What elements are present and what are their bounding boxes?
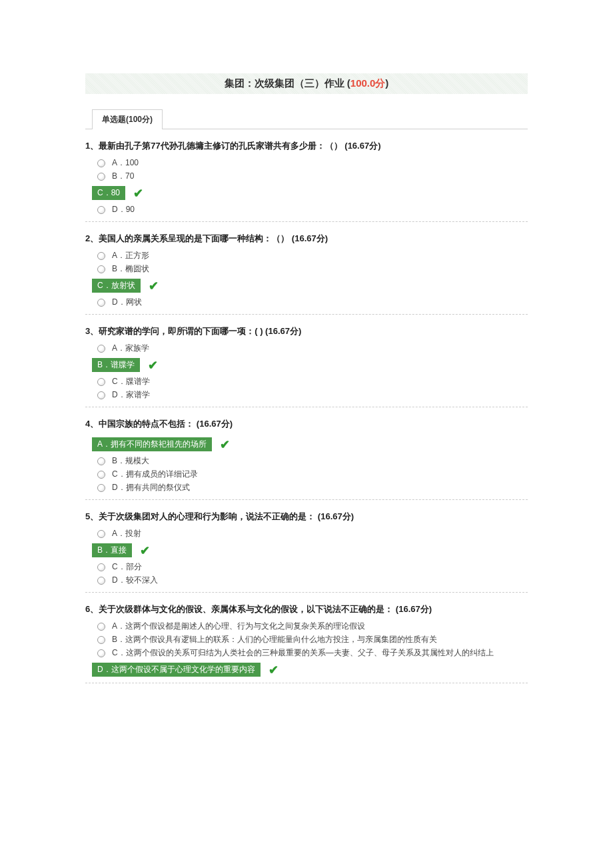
radio-icon[interactable] [97, 636, 105, 644]
option-row: B．椭圆状 [97, 263, 528, 275]
radio-icon[interactable] [97, 471, 105, 479]
correct-answer-badge: C．放射状 [92, 279, 141, 293]
question-title: 6、关于次级群体与文化的假设、亲属体系与文化的假设，以下说法不正确的是： (16… [85, 603, 528, 615]
radio-icon[interactable] [97, 484, 105, 492]
questions-list: 1、最新由孔子第77代孙孔德墉主修订的孔氏家谱共有多少册：（） (16.67分)… [85, 140, 528, 683]
option-row-correct: B．谱牒学✔ [85, 356, 528, 374]
radio-icon[interactable] [97, 206, 105, 214]
radio-icon[interactable] [97, 457, 105, 465]
quiz-page: 集团：次级集团（三）作业 (100.0分) 单选题(100分) 1、最新由孔子第… [0, 0, 613, 710]
option-label: A．家族学 [112, 343, 149, 354]
option-label: A．正方形 [112, 250, 149, 261]
option-row: A．投射 [97, 528, 528, 539]
tabs-container: 单选题(100分) [85, 109, 528, 129]
option-row: B．规模大 [97, 455, 528, 467]
correct-answer-badge: A．拥有不同的祭祀祖先的场所 [92, 437, 212, 451]
option-row: A．正方形 [97, 250, 528, 261]
option-label: C．拥有成员的详细记录 [112, 469, 198, 480]
option-label: D．较不深入 [112, 575, 158, 586]
radio-icon[interactable] [97, 252, 105, 260]
radio-icon[interactable] [97, 299, 105, 307]
option-row: D．家谱学 [97, 389, 528, 401]
option-row-correct: B．直接✔ [85, 541, 528, 559]
option-row: D．较不深入 [97, 575, 528, 586]
radio-icon[interactable] [97, 345, 105, 353]
option-label: D．拥有共同的祭仪式 [112, 482, 190, 493]
page-title-suffix: ) [385, 77, 388, 89]
radio-icon[interactable] [97, 563, 105, 571]
score-value: 100.0分 [350, 77, 386, 89]
option-row: D．网状 [97, 297, 528, 308]
page-title-bar: 集团：次级集团（三）作业 (100.0分) [85, 73, 528, 94]
option-label: B．这两个假设具有逻辑上的联系：人们的心理能量向什么地方投注，与亲属集团的性质有… [112, 634, 437, 645]
option-row: A．家族学 [97, 343, 528, 354]
option-row-correct: D．这两个假设不属于心理文化学的重要内容✔ [85, 661, 528, 679]
option-row: D．90 [97, 204, 528, 215]
option-label: A．投射 [112, 528, 141, 539]
option-row: D．拥有共同的祭仪式 [97, 482, 528, 493]
question-block: 3、研究家谱的学问，即所谓的下面哪一项：( ) (16.67分)A．家族学B．谱… [85, 325, 528, 407]
question-block: 5、关于次级集团对人的心理和行为影响，说法不正确的是： (16.67分)A．投射… [85, 511, 528, 593]
option-row: C．拥有成员的详细记录 [97, 469, 528, 480]
option-label: D．90 [112, 204, 135, 215]
question-block: 4、中国宗族的特点不包括： (16.67分)A．拥有不同的祭祀祖先的场所✔B．规… [85, 418, 528, 500]
option-row: C．部分 [97, 561, 528, 573]
option-row: B．70 [97, 171, 528, 182]
check-icon: ✔ [149, 279, 159, 293]
radio-icon[interactable] [97, 265, 105, 273]
option-label: B．椭圆状 [112, 263, 149, 275]
check-icon: ✔ [133, 186, 143, 201]
option-label: A．100 [112, 157, 139, 169]
correct-answer-badge: D．这两个假设不属于心理文化学的重要内容 [92, 663, 261, 677]
radio-icon[interactable] [97, 649, 105, 657]
option-row: A．这两个假设都是阐述人的心理、行为与文化之间复杂关系的理论假设 [97, 621, 528, 632]
question-title: 2、美国人的亲属关系呈现的是下面哪一种结构：（） (16.67分) [85, 233, 528, 245]
option-row-correct: C．放射状✔ [85, 277, 528, 295]
radio-icon[interactable] [97, 173, 105, 181]
option-label: C．这两个假设的关系可归结为人类社会的三种最重要的关系—夫妻、父子、母子关系及其… [112, 647, 494, 659]
page-title-prefix: 集团：次级集团（三）作业 ( [225, 77, 350, 89]
radio-icon[interactable] [97, 577, 105, 585]
option-row-correct: C．80✔ [85, 184, 528, 202]
option-row: A．100 [97, 157, 528, 169]
question-title: 3、研究家谱的学问，即所谓的下面哪一项：( ) (16.67分) [85, 325, 528, 337]
option-label: D．网状 [112, 297, 142, 308]
option-label: B．70 [112, 171, 134, 182]
radio-icon[interactable] [97, 378, 105, 386]
option-row-correct: A．拥有不同的祭祀祖先的场所✔ [85, 435, 528, 453]
radio-icon[interactable] [97, 159, 105, 167]
option-row: B．这两个假设具有逻辑上的联系：人们的心理能量向什么地方投注，与亲属集团的性质有… [97, 634, 528, 645]
radio-icon[interactable] [97, 391, 105, 399]
radio-icon[interactable] [97, 530, 105, 538]
tab-single-choice[interactable]: 单选题(100分) [92, 109, 163, 129]
check-icon: ✔ [140, 543, 150, 558]
question-block: 6、关于次级群体与文化的假设、亲属体系与文化的假设，以下说法不正确的是： (16… [85, 603, 528, 683]
correct-answer-badge: B．直接 [92, 543, 132, 557]
question-block: 2、美国人的亲属关系呈现的是下面哪一种结构：（） (16.67分)A．正方形B．… [85, 233, 528, 315]
check-icon: ✔ [220, 437, 230, 452]
question-title: 1、最新由孔子第77代孙孔德墉主修订的孔氏家谱共有多少册：（） (16.67分) [85, 140, 528, 152]
correct-answer-badge: C．80 [92, 186, 125, 200]
option-label: C．牒谱学 [112, 376, 150, 387]
check-icon: ✔ [148, 358, 158, 373]
option-label: A．这两个假设都是阐述人的心理、行为与文化之间复杂关系的理论假设 [112, 621, 365, 632]
option-label: C．部分 [112, 561, 142, 573]
option-row: C．牒谱学 [97, 376, 528, 387]
radio-icon[interactable] [97, 623, 105, 631]
question-title: 5、关于次级集团对人的心理和行为影响，说法不正确的是： (16.67分) [85, 511, 528, 523]
question-block: 1、最新由孔子第77代孙孔德墉主修订的孔氏家谱共有多少册：（） (16.67分)… [85, 140, 528, 222]
option-row: C．这两个假设的关系可归结为人类社会的三种最重要的关系—夫妻、父子、母子关系及其… [97, 647, 528, 659]
question-title: 4、中国宗族的特点不包括： (16.67分) [85, 418, 528, 430]
check-icon: ✔ [269, 663, 279, 677]
correct-answer-badge: B．谱牒学 [92, 358, 140, 372]
option-label: D．家谱学 [112, 389, 150, 401]
option-label: B．规模大 [112, 455, 149, 467]
